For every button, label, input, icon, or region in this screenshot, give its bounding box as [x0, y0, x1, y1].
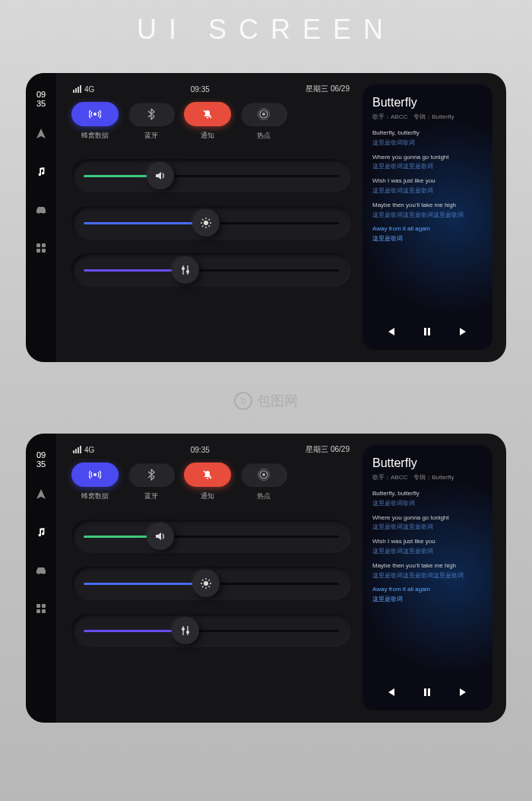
equalizer-slider[interactable]: [71, 614, 351, 647]
sidebar-clock: 09 35: [36, 450, 46, 469]
svg-line-16: [202, 226, 204, 227]
volume-slider[interactable]: [71, 520, 351, 553]
svg-rect-22: [424, 328, 426, 335]
car-icon[interactable]: [29, 558, 53, 583]
svg-point-45: [186, 631, 189, 634]
sliders-icon[interactable]: [172, 617, 199, 644]
apps-grid-icon[interactable]: [29, 596, 53, 621]
music-note-icon[interactable]: [29, 160, 53, 184]
next-track-button[interactable]: [454, 683, 473, 701]
car-dashboard-2: 09 35 4G 09:35 星期三 06/2: [26, 434, 506, 723]
status-time: 09:35: [191, 446, 210, 454]
svg-rect-26: [36, 609, 40, 613]
volume-slider[interactable]: [71, 159, 351, 192]
svg-point-21: [186, 270, 189, 273]
svg-point-4: [93, 113, 97, 116]
svg-point-44: [182, 628, 185, 631]
pause-button[interactable]: [418, 683, 436, 701]
hotspot-toggle[interactable]: [240, 102, 287, 126]
bluetooth-label: 蓝牙: [144, 491, 158, 501]
nav-arrow-icon[interactable]: [29, 122, 53, 146]
cellular-toggle[interactable]: [71, 462, 119, 487]
music-title: Butterfly: [372, 456, 482, 470]
brightness-slider[interactable]: [71, 206, 351, 240]
svg-rect-46: [424, 688, 426, 696]
svg-rect-47: [428, 688, 430, 696]
music-meta: 歌手：ABCC 专辑：Butterfly: [372, 473, 482, 482]
hotspot-label: 热点: [257, 131, 271, 141]
next-track-button[interactable]: [454, 323, 473, 341]
lyric-line: Where you gonna go tonight这里是歌词这里是歌词: [372, 153, 482, 173]
status-date: 星期三 06/29: [306, 444, 350, 455]
svg-line-40: [202, 586, 204, 588]
svg-rect-0: [36, 243, 40, 247]
music-controls: [372, 677, 482, 701]
svg-point-33: [204, 581, 208, 586]
brightness-slider[interactable]: [71, 567, 351, 600]
network-label: 4G: [84, 446, 94, 454]
music-note-icon[interactable]: [29, 520, 53, 545]
svg-rect-23: [428, 328, 430, 335]
volume-icon[interactable]: [147, 523, 174, 550]
sliders-icon[interactable]: [172, 256, 199, 284]
car-icon[interactable]: [29, 198, 53, 222]
toggle-row: 蜂窝数据 蓝牙 通知: [71, 462, 351, 501]
svg-rect-27: [42, 609, 46, 613]
bluetooth-toggle[interactable]: [128, 462, 175, 487]
lyric-line: Away from it all again这里是歌词: [372, 585, 482, 605]
signal-icon: [73, 85, 81, 93]
watermark: b 包图网: [234, 392, 298, 410]
music-title: Butterfly: [372, 96, 482, 110]
slider-stack: [71, 159, 351, 287]
status-bar: 4G 09:35 星期三 06/29: [71, 444, 351, 462]
bluetooth-label: 蓝牙: [144, 131, 158, 141]
lyric-line: Maybe then you'll take me high这里是歌词这里是歌词…: [372, 201, 482, 221]
equalizer-slider[interactable]: [71, 253, 351, 287]
nav-arrow-icon[interactable]: [29, 482, 53, 507]
svg-rect-3: [42, 249, 46, 253]
apps-grid-icon[interactable]: [29, 236, 53, 260]
svg-point-20: [182, 267, 185, 270]
page-title: UI SCREEN: [137, 14, 395, 46]
prev-track-button[interactable]: [382, 323, 400, 341]
main-panel: 4G 09:35 星期三 06/29 蜂窝数据 蓝牙: [56, 434, 506, 723]
cellular-label: 蜂窝数据: [81, 491, 109, 501]
hotspot-toggle[interactable]: [240, 462, 287, 487]
svg-line-17: [209, 219, 211, 221]
svg-point-6: [262, 113, 265, 116]
brightness-icon[interactable]: [192, 209, 220, 237]
pause-button[interactable]: [418, 323, 436, 341]
cellular-toggle[interactable]: [71, 102, 119, 126]
notification-label: 通知: [201, 491, 214, 501]
svg-point-9: [204, 221, 208, 225]
svg-line-38: [202, 580, 204, 581]
svg-line-15: [209, 226, 211, 227]
controls-panel: 4G 09:35 星期三 06/29 蜂窝数据 蓝牙: [71, 444, 351, 710]
lyrics-list: Butterfly, butterfly这里是歌词歌词 Where you go…: [372, 129, 482, 316]
hotspot-label: 热点: [257, 491, 271, 501]
prev-track-button[interactable]: [382, 683, 400, 701]
music-controls: [372, 316, 482, 341]
svg-rect-2: [36, 249, 40, 253]
svg-rect-24: [36, 604, 40, 608]
controls-panel: 4G 09:35 星期三 06/29 蜂窝数据 蓝牙: [71, 84, 351, 350]
brightness-icon[interactable]: [192, 570, 220, 597]
lyric-line: Butterfly, butterfly这里是歌词歌词: [372, 489, 482, 509]
lyric-line: Away from it all again这里是歌词: [372, 224, 482, 244]
status-date: 星期三 06/29: [306, 84, 350, 94]
lyric-line: Wish I was just like you这里是歌词这里是歌词: [372, 537, 482, 557]
notification-toggle[interactable]: [184, 102, 231, 126]
music-panel: Butterfly 歌手：ABCC 专辑：Butterfly Butterfly…: [362, 84, 492, 350]
sidebar-clock: 09 35: [36, 90, 46, 108]
svg-point-30: [262, 473, 265, 476]
svg-point-28: [93, 473, 97, 476]
car-dashboard-1: 09 35 4G 09:35 星期三 06/: [26, 73, 506, 362]
music-panel: Butterfly 歌手：ABCC 专辑：Butterfly Butterfly…: [362, 444, 492, 710]
svg-line-39: [209, 586, 211, 588]
main-panel: 4G 09:35 星期三 06/29 蜂窝数据 蓝牙: [56, 73, 506, 362]
cellular-label: 蜂窝数据: [81, 131, 109, 141]
notification-toggle[interactable]: [184, 462, 231, 487]
bluetooth-toggle[interactable]: [128, 102, 175, 126]
volume-icon[interactable]: [147, 162, 174, 189]
lyric-line: Butterfly, butterfly这里是歌词歌词: [372, 129, 482, 148]
